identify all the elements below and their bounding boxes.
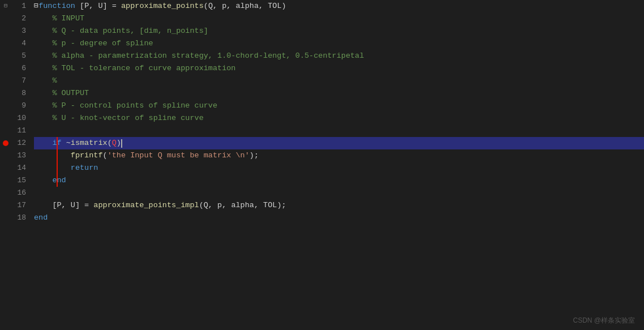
line-numbers: 123456789101112131415161718 xyxy=(11,0,29,330)
line-number: 8 xyxy=(11,87,26,100)
token: [P, U] xyxy=(52,199,80,212)
code-line: % alpha - parametrization strategy, 1.0-… xyxy=(34,50,644,62)
code-line: return xyxy=(34,162,644,174)
gutter-line: ⊟ xyxy=(0,0,11,12)
token: end xyxy=(52,174,66,187)
token: function xyxy=(38,0,80,12)
token: ~ xyxy=(62,137,71,149)
line-number: 15 xyxy=(11,174,26,187)
token: ⊟ xyxy=(34,0,38,12)
gutter-line xyxy=(0,149,11,162)
code-line: % OUTPUT xyxy=(34,87,644,100)
token: fprintf xyxy=(71,149,103,162)
gutter-line xyxy=(0,25,11,37)
gutter-line xyxy=(0,100,11,112)
gutter-line xyxy=(0,125,11,137)
code-area: ⊟123456789101112131415161718⊟function [P… xyxy=(0,0,644,330)
token: approximate_points_impl xyxy=(93,199,199,212)
token: % p - degree of spline xyxy=(34,37,153,50)
gutter-line xyxy=(0,75,11,87)
code-editor: ⊟123456789101112131415161718⊟function [P… xyxy=(0,0,644,330)
token: ( xyxy=(103,149,108,162)
token: % TOL - tolerance of curve approximation xyxy=(34,62,235,75)
code-line: % xyxy=(34,75,644,87)
line-number: 3 xyxy=(11,25,26,37)
code-line: end xyxy=(34,174,644,187)
token: ( xyxy=(108,137,112,149)
line-number: 10 xyxy=(11,112,26,125)
red-bar xyxy=(57,137,58,187)
line-number: 4 xyxy=(11,37,26,50)
line-number: 16 xyxy=(11,187,26,199)
code-line: % U - knot-vector of spline curve xyxy=(34,112,644,125)
gutter-line xyxy=(0,187,11,199)
gutter-line xyxy=(0,62,11,75)
token: ); xyxy=(250,149,259,162)
line-number: 2 xyxy=(11,12,26,25)
token: ) xyxy=(117,137,121,149)
token: return xyxy=(71,162,98,174)
code-line: ⊟function [P, U] = approximate_points(Q,… xyxy=(34,0,644,12)
token: % Q - data points, [dim, n_points] xyxy=(34,25,208,37)
line-number: 11 xyxy=(11,125,26,137)
token: = xyxy=(80,199,93,212)
line-number: 1 xyxy=(11,0,26,12)
code-line: % P - control points of spline curve xyxy=(34,100,644,112)
gutter-line xyxy=(0,12,11,25)
breakpoint-dot[interactable] xyxy=(3,140,8,146)
code-line xyxy=(34,187,644,199)
gutter-line xyxy=(0,50,11,62)
token: % P - control points of spline curve xyxy=(34,100,217,112)
gutter-line xyxy=(0,199,11,212)
token xyxy=(34,199,52,212)
token: % alpha - parametrization strategy, 1.0-… xyxy=(34,50,364,62)
code-line: fprintf('the Input Q must be matrix \n')… xyxy=(34,149,644,162)
code-line: if ~ismatrix(Q) xyxy=(34,137,644,149)
gutter-line xyxy=(0,87,11,100)
gutter-line xyxy=(0,137,11,149)
left-gutter: ⊟ xyxy=(0,0,11,330)
line-number: 17 xyxy=(11,199,26,212)
text-cursor xyxy=(121,139,122,148)
gutter-line xyxy=(0,112,11,125)
line-number: 7 xyxy=(11,75,26,87)
gutter-line xyxy=(0,162,11,174)
token: % xyxy=(34,75,57,87)
token: (Q, p, alpha, TOL); xyxy=(199,199,286,212)
gutter-line xyxy=(0,37,11,50)
token: end xyxy=(34,212,48,224)
token: = xyxy=(108,0,121,12)
token xyxy=(34,137,52,149)
token: % INPUT xyxy=(34,12,84,25)
token: approximate_points xyxy=(121,0,204,12)
token xyxy=(34,174,52,187)
gutter-line xyxy=(0,174,11,187)
token: % U - knot-vector of spline curve xyxy=(34,112,204,125)
line-number: 6 xyxy=(11,62,26,75)
code-line: % Q - data points, [dim, n_points] xyxy=(34,25,644,37)
line-number: 5 xyxy=(11,50,26,62)
token xyxy=(34,149,71,162)
token: % OUTPUT xyxy=(34,87,89,100)
token: (Q, p, alpha, TOL) xyxy=(204,0,286,12)
line-number: 13 xyxy=(11,149,26,162)
token xyxy=(34,162,71,174)
code-line: [P, U] = approximate_points_impl(Q, p, a… xyxy=(34,199,644,212)
code-line: % TOL - tolerance of curve approximation xyxy=(34,62,644,75)
gutter-line xyxy=(0,212,11,224)
code-line: % INPUT xyxy=(34,12,644,25)
line-number: 9 xyxy=(11,100,26,112)
token: Q xyxy=(112,137,117,149)
token: ismatrix xyxy=(71,137,108,149)
collapse-icon[interactable]: ⊟ xyxy=(4,0,7,12)
line-number: 18 xyxy=(11,212,26,224)
token: 'the Input Q must be matrix \n' xyxy=(108,149,250,162)
line-number: 12 xyxy=(11,137,26,149)
token: [P, U] xyxy=(80,0,108,12)
code-line: % p - degree of spline xyxy=(34,37,644,50)
code-line xyxy=(34,125,644,137)
line-number: 14 xyxy=(11,162,26,174)
code-lines: ⊟function [P, U] = approximate_points(Q,… xyxy=(29,0,644,330)
code-line: end xyxy=(34,212,644,224)
watermark: CSDN @样条实验室 xyxy=(573,316,635,325)
